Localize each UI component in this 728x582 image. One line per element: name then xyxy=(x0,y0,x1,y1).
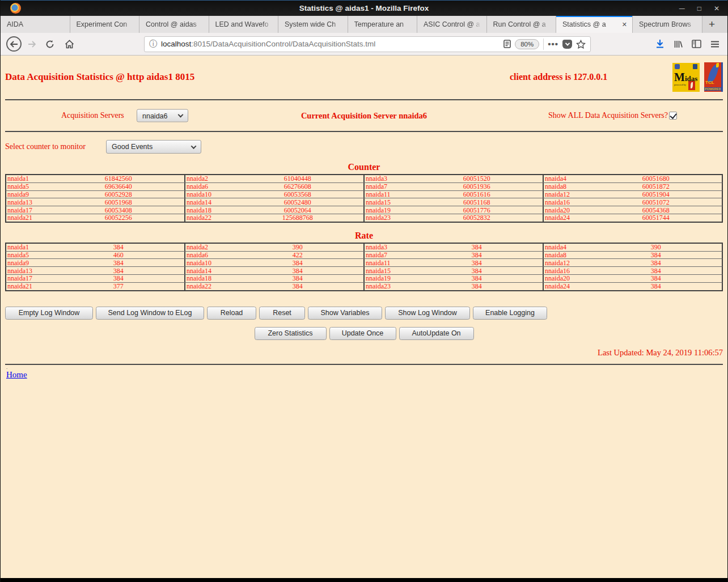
rate-table-column: nnaida1384nnaida5460nnaida9384nnaida1338… xyxy=(6,243,185,291)
zoom-level-badge[interactable]: 80% xyxy=(515,39,539,49)
sidebar-icon[interactable] xyxy=(692,40,701,48)
server-name-cell: nnaida5 xyxy=(6,182,53,190)
enable-logging-button[interactable]: Enable Logging xyxy=(473,307,547,320)
new-tab-button[interactable]: + xyxy=(702,16,722,33)
server-value-cell: 60051616 xyxy=(410,190,543,198)
server-value-cell: 384 xyxy=(410,251,543,259)
tab-run-control-a[interactable]: Run Control @ a xyxy=(487,16,557,33)
tab-label: Spectrum Brows xyxy=(639,20,699,28)
back-icon[interactable] xyxy=(6,36,22,52)
server-value-cell: 384 xyxy=(231,274,363,282)
show-all-servers-label: Show ALL Data Acquisition Servers? xyxy=(548,111,668,120)
send-log-window-to-elog-button[interactable]: Send Log Window to ELog xyxy=(96,307,204,320)
table-row: nnaida1160051616 xyxy=(365,190,543,198)
counter-table-column: nnaida460051680nnaida860051872nnaida1260… xyxy=(543,175,722,222)
table-row: nnaida569636640 xyxy=(6,182,185,190)
counter-table: nnaida161842560nnaida569636640nnaida9600… xyxy=(5,174,723,223)
counter-monitor-select[interactable]: Good Events xyxy=(106,140,201,154)
server-name-cell: nnaida9 xyxy=(6,190,53,198)
window-title: Statistics @ aidas1 - Mozilla Firefox xyxy=(1,4,727,12)
site-info-icon[interactable]: ⓘ xyxy=(149,39,157,49)
tab-spectrum-brows[interactable]: Spectrum Brows xyxy=(633,16,702,33)
server-value-cell: 384 xyxy=(410,267,543,275)
table-row: nnaida15384 xyxy=(365,267,543,275)
tab-label: AIDA xyxy=(7,20,66,28)
firefox-window: Statistics @ aidas1 - Mozilla Firefox — … xyxy=(0,0,728,582)
table-row: nnaida6422 xyxy=(185,251,364,259)
server-value-cell: 60051968 xyxy=(52,198,184,206)
tab-led-and-wavefo[interactable]: LED and Wavefo xyxy=(209,16,279,33)
tab-experiment-con[interactable]: Experiment Con xyxy=(70,16,140,33)
update-once-button[interactable]: Update Once xyxy=(329,327,396,340)
maximize-button[interactable]: □ xyxy=(697,1,701,16)
reader-mode-icon[interactable] xyxy=(503,40,511,48)
menu-hamburger-icon[interactable] xyxy=(710,40,719,48)
bookmark-star-icon[interactable] xyxy=(576,40,586,49)
table-row: nnaida20384 xyxy=(544,274,722,282)
log-button-row: Empty Log WindowSend Log Window to ELogR… xyxy=(5,307,723,320)
library-icon[interactable] xyxy=(674,40,683,49)
table-row: nnaida11384 xyxy=(365,259,543,267)
table-row: nnaida22125688768 xyxy=(185,214,364,222)
server-name-cell: nnaida21 xyxy=(6,282,53,290)
tab-aida[interactable]: AIDA xyxy=(1,16,70,33)
server-name-cell: nnaida20 xyxy=(544,274,590,282)
reload-icon[interactable] xyxy=(42,40,58,49)
server-name-cell: nnaida4 xyxy=(544,243,590,251)
table-row: nnaida8384 xyxy=(544,251,722,259)
empty-log-window-button[interactable]: Empty Log Window xyxy=(5,307,93,320)
server-name-cell: nnaida5 xyxy=(6,251,53,259)
home-link[interactable]: Home xyxy=(6,370,27,380)
server-value-cell: 384 xyxy=(52,274,184,282)
server-name-cell: nnaida22 xyxy=(185,282,232,290)
server-name-cell: nnaida24 xyxy=(544,214,590,222)
home-icon[interactable] xyxy=(61,40,77,49)
autoupdate-on-button[interactable]: AutoUpdate On xyxy=(399,327,474,340)
server-value-cell: 60054368 xyxy=(590,206,722,214)
server-value-cell: 60053568 xyxy=(231,190,363,198)
server-value-cell: 384 xyxy=(590,259,722,267)
show-variables-button[interactable]: Show Variables xyxy=(308,307,382,320)
tab-asic-control-a[interactable]: ASIC Control @ a xyxy=(417,16,487,33)
tab-label: LED and Wavefo xyxy=(215,20,275,28)
reset-button[interactable]: Reset xyxy=(259,307,305,320)
dot-text: . xyxy=(6,365,727,369)
tab-close-icon[interactable]: ✕ xyxy=(620,20,629,29)
midas-shield-icon xyxy=(693,64,697,69)
server-value-cell: 60051520 xyxy=(410,175,543,183)
show-log-window-button[interactable]: Show Log Window xyxy=(385,307,470,320)
midas-feather-icon xyxy=(688,81,695,90)
server-name-cell: nnaida23 xyxy=(365,214,411,222)
server-name-cell: nnaida7 xyxy=(365,182,411,190)
server-name-cell: nnaida17 xyxy=(6,274,53,282)
chevron-down-icon xyxy=(178,112,184,118)
download-icon[interactable] xyxy=(655,39,664,49)
url-bar[interactable]: ⓘ localhost:8015/DataAcquisitionControl/… xyxy=(144,36,591,52)
server-name-cell: nnaida23 xyxy=(365,282,411,290)
table-row: nnaida1560051168 xyxy=(365,198,543,206)
pocket-icon[interactable] xyxy=(562,40,572,49)
tab-statistics-a[interactable]: Statistics @ a✕ xyxy=(556,16,633,33)
show-all-servers-checkbox[interactable] xyxy=(669,112,677,120)
window-titlebar: Statistics @ aidas1 - Mozilla Firefox — … xyxy=(1,0,727,16)
acquisition-server-select[interactable]: nnaida6 xyxy=(137,109,188,122)
server-name-cell: nnaida13 xyxy=(6,267,53,275)
server-value-cell: 384 xyxy=(231,259,363,267)
server-name-cell: nnaida4 xyxy=(544,175,590,183)
page-content: Data Acquisition Statistics @ http aidas… xyxy=(1,56,727,578)
minimize-button[interactable]: — xyxy=(679,1,685,16)
tab-temperature-an[interactable]: Temperature an xyxy=(348,16,418,33)
reload-button[interactable]: Reload xyxy=(207,307,256,320)
tab-system-wide-ch[interactable]: System wide Ch xyxy=(278,16,348,33)
server-name-cell: nnaida17 xyxy=(6,206,53,214)
tab-control-aidas[interactable]: Control @ aidas xyxy=(139,16,209,33)
server-value-cell: 60052064 xyxy=(231,206,363,214)
zero-statistics-button[interactable]: Zero Statistics xyxy=(255,327,327,340)
page-actions-icon[interactable]: ••• xyxy=(548,39,558,49)
close-button[interactable]: ✕ xyxy=(714,1,719,16)
table-row: nnaida1860052064 xyxy=(185,206,364,214)
server-value-cell: 384 xyxy=(52,259,184,267)
server-value-cell: 377 xyxy=(52,282,184,290)
table-row: nnaida24384 xyxy=(544,282,722,290)
current-server-text: Current Acquisition Server nnaida6 xyxy=(301,111,427,121)
